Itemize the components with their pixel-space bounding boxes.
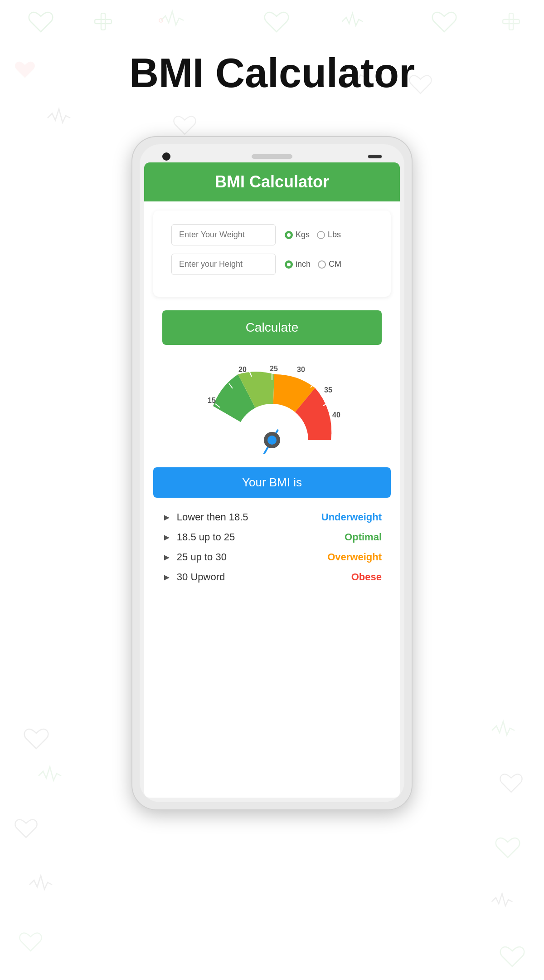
legend-row-overweight: ► 25 up to 30 Overweight	[162, 551, 382, 563]
height-unit-group: inch CM	[285, 260, 341, 269]
height-input[interactable]	[171, 254, 276, 275]
arrow-icon-optimal: ►	[162, 532, 171, 543]
kgs-label: Kgs	[296, 230, 310, 240]
phone-top-bar	[144, 149, 400, 162]
gauge-chart: 15 20 25 30 35 40	[195, 363, 349, 454]
gauge-label-35: 35	[324, 386, 332, 394]
phone-outer-shell: BMI Calculator Kgs	[131, 136, 413, 810]
face-id-sensor	[368, 155, 382, 158]
bmi-result-label: Your BMI is	[242, 475, 302, 489]
legend-left-obese: ► 30 Upword	[162, 571, 225, 583]
app-header: BMI Calculator	[144, 162, 400, 201]
deco-icon	[14, 817, 39, 842]
deco-icon	[499, 944, 526, 971]
svg-rect-3	[503, 20, 520, 24]
cm-option[interactable]: CM	[318, 260, 341, 269]
legend-status-overweight: Overweight	[327, 551, 382, 563]
arrow-icon-underweight: ►	[162, 512, 171, 523]
gauge-label-15: 15	[208, 397, 216, 404]
inch-option[interactable]: inch	[285, 260, 311, 269]
deco-icon	[499, 771, 524, 796]
cm-radio[interactable]	[318, 260, 326, 269]
legend-status-optimal: Optimal	[345, 531, 382, 543]
app-header-title: BMI Calculator	[215, 172, 329, 191]
page-title: BMI Calculator	[0, 50, 544, 97]
legend-left-optimal: ► 18.5 up to 25	[162, 531, 235, 543]
deco-icon	[431, 9, 458, 36]
lbs-radio[interactable]	[317, 231, 325, 239]
lbs-option[interactable]: Lbs	[317, 230, 341, 240]
lbs-label: Lbs	[328, 230, 341, 240]
bmi-legend: ► Lower then 18.5 Underweight ► 18.5 up …	[144, 502, 400, 605]
deco-icon	[499, 9, 524, 34]
legend-row-underweight: ► Lower then 18.5 Underweight	[162, 511, 382, 523]
camera-icon	[162, 152, 170, 161]
legend-range-obese: 30 Upword	[177, 571, 225, 583]
legend-status-underweight: Underweight	[321, 511, 382, 523]
deco-icon	[263, 9, 290, 36]
legend-row-obese: ► 30 Upword Obese	[162, 571, 382, 583]
legend-status-obese: Obese	[351, 571, 382, 583]
deco-icon	[490, 889, 515, 914]
legend-range-overweight: 25 up to 30	[177, 551, 227, 563]
legend-left-underweight: ► Lower then 18.5	[162, 511, 248, 523]
height-row: inch CM	[171, 254, 373, 275]
inch-radio[interactable]	[285, 260, 293, 269]
gauge-section: 15 20 25 30 35 40	[144, 354, 400, 458]
svg-rect-4	[509, 13, 513, 30]
legend-range-optimal: 18.5 up to 25	[177, 531, 235, 543]
deco-icon	[172, 113, 197, 138]
deco-icon	[27, 871, 54, 898]
svg-rect-1	[101, 13, 105, 30]
svg-rect-0	[95, 20, 112, 24]
phone-mockup: BMI Calculator Kgs	[131, 136, 413, 810]
calculate-button-wrapper: Calculate	[153, 306, 391, 354]
deco-icon	[45, 104, 73, 132]
legend-row-optimal: ► 18.5 up to 25 Optimal	[162, 531, 382, 543]
speaker-grille	[252, 154, 292, 159]
weight-row: Kgs Lbs	[171, 224, 373, 245]
cm-label: CM	[329, 260, 341, 269]
kgs-option[interactable]: Kgs	[285, 230, 310, 240]
weight-input[interactable]	[171, 224, 276, 245]
gauge-label-30: 30	[297, 366, 305, 373]
svg-line-9	[292, 371, 295, 377]
gauge-label-25: 25	[270, 365, 278, 372]
phone-screen: BMI Calculator Kgs	[144, 162, 400, 798]
deco-icon	[490, 717, 517, 744]
gauge-label-40: 40	[332, 411, 340, 419]
deco-icon	[23, 726, 50, 753]
kgs-radio[interactable]	[285, 231, 293, 239]
deco-icon	[91, 9, 116, 34]
inch-label: inch	[296, 260, 311, 269]
deco-icon	[27, 9, 54, 36]
gauge-center-inner	[267, 436, 277, 445]
gauge-svg: 15 20 25 30 35 40	[195, 363, 349, 454]
deco-icon	[340, 9, 365, 34]
gauge-label-20: 20	[238, 366, 247, 373]
deco-icon	[18, 930, 43, 955]
calculate-button[interactable]: Calculate	[162, 310, 382, 345]
arrow-icon-obese: ►	[162, 572, 171, 583]
legend-range-underweight: Lower then 18.5	[177, 511, 248, 523]
phone-inner-shell: BMI Calculator Kgs	[140, 144, 404, 802]
deco-icon	[494, 835, 521, 862]
weight-unit-group: Kgs Lbs	[285, 230, 341, 240]
arrow-icon-overweight: ►	[162, 552, 171, 563]
deco-icon	[159, 7, 186, 34]
calculator-card: Kgs Lbs	[153, 211, 391, 297]
bmi-result-bar: Your BMI is	[153, 467, 391, 498]
deco-icon	[36, 762, 63, 789]
legend-left-overweight: ► 25 up to 30	[162, 551, 227, 563]
